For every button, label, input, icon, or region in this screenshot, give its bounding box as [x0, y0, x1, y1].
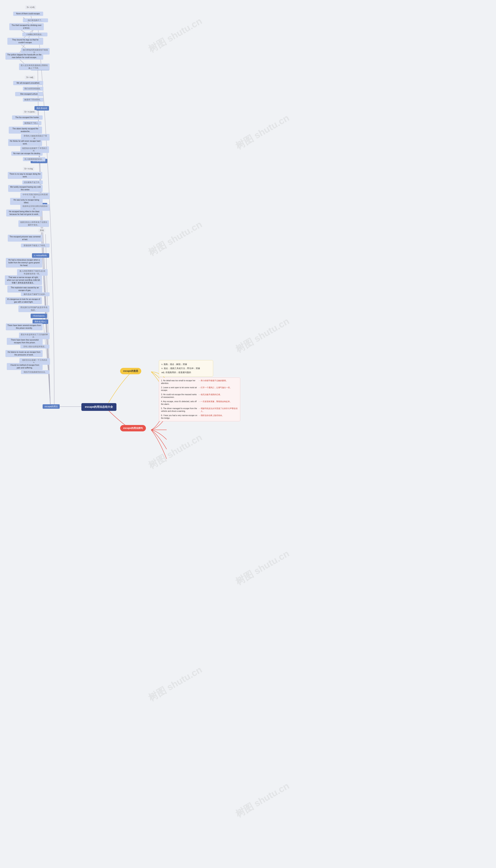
cn-prisoner-cornered: 那逃犯终于被逼入了绝境。 — [21, 244, 50, 247]
example-branch: escape的用法例句 — [120, 425, 146, 431]
cn-destiny: 没人能逃脱他的命运。 — [23, 157, 45, 161]
meaning-branch: escape的意思 — [120, 368, 141, 374]
en-none-escape: None of them could escape. — [13, 12, 43, 16]
cn-none-escape: 他们谁也跑不了。 — [23, 18, 48, 22]
example-3: 3. He could not escape the massed ranks … — [161, 393, 238, 399]
cn-unscathed: 我们全部安然逃脱。 — [23, 87, 43, 91]
watermark-1: 树图 shutu.cn — [146, 15, 204, 55]
example-4: 4. Any escape, once it's detected, sets … — [161, 400, 238, 406]
en-no-way: There is no way to escape doing the work… — [8, 172, 42, 179]
en-blast: He escaped being killed in the blast bec… — [6, 209, 42, 216]
en-fox-hunter: The fox escaped the hunter. — [12, 115, 43, 120]
en-destiny: No man can escape his destiny. — [11, 151, 43, 156]
from-pron-label: +from/s/pron. — [31, 314, 47, 318]
usage-linking-label: 用作系动词 — [34, 106, 49, 111]
en-unhurt: She escaped unhurt. — [15, 92, 43, 96]
pattern-s-ving: S+ +v-ing — [23, 167, 34, 171]
cn-few-escapes: 没有人能从这座监狱逃走。 — [20, 344, 49, 349]
cn-no-way: 没法避免干这工作。 — [22, 180, 43, 184]
en-hard-work: He thinks he will never escape hard work… — [8, 139, 42, 146]
en-cold-winter: We luckily escaped having any cold this … — [8, 185, 43, 192]
cn-gas-explosion: 爆炸是由于漏煤气引起的。 — [21, 292, 50, 296]
en-naked-light: It's dangerous to look for an escape of … — [5, 297, 42, 304]
en-no-method: I found no method of escape from pain an… — [7, 363, 43, 370]
en-avalanche: The skiers barely escaped the avalanche. — [9, 127, 42, 133]
pattern-sa: S+ +(+A) — [25, 5, 36, 9]
en-thief-fence: The thief escaped by climbing over a fen… — [9, 23, 44, 30]
cn-fox-hunter: 狐狸躲开了猎人。 — [23, 121, 42, 125]
cn-blast: 他因没有去上班而幸免了在那次爆炸中丧生。 — [18, 220, 49, 227]
en-gas-explosion: The explosion was caused by an escape of… — [7, 286, 42, 292]
example-1: 1. No detail was too small to escape her… — [161, 379, 238, 385]
meaning-adj: adj. 供逃跑用的；使逃避问题的 — [161, 370, 211, 374]
watermark-6: 树图 shutu.cn — [233, 547, 292, 588]
example-sentences-box: 1. No detail was too small to escape her… — [159, 377, 240, 421]
watermark-5: 树图 shutu.cn — [146, 431, 204, 472]
cn-no-method: 我找不到免痛痛苦的办法。 — [21, 370, 50, 374]
left-branch-label: escape的用法 — [43, 404, 60, 409]
en-lucky-killed: He was lucky to escape being killed. — [10, 198, 43, 205]
cn-naked-light: 用光源灯去寻找漏气处是非常危险的。 — [18, 306, 49, 312]
watermark-8: 树图 shutu.cn — [233, 780, 292, 820]
cn-handcuffs: 那人还没来得及逃跑就让警察给戴上了手铐。 — [19, 64, 50, 70]
meaning-n: n. 逃走；逃跑工具或方法；野生种；泄漏 — [161, 366, 211, 370]
en-miraculous: He had a miraculous escape when a bullet… — [6, 258, 42, 268]
cn-unhurt: 她逃得了而未受伤。 — [23, 98, 43, 102]
center-node[interactable]: escape的用法总结大全 — [81, 403, 117, 411]
cn-miraculous: 敌人的枪弹擦伤了他的头皮,他奇迹般地幸免一死。 — [17, 269, 48, 276]
en-music-escape: He listens to music as an escape from th… — [5, 350, 43, 357]
meaning-box: v. 逃跑；逃走；解脱；泄漏 n. 逃走；逃跑工具或方法；野生种；泄漏 adj.… — [159, 360, 213, 376]
en-unscathed: We all escaped unscathed. — [13, 81, 43, 85]
en-bound-legs: They bound his legs so that he couldn't … — [7, 38, 43, 45]
example-6: 6. I hear you had a very narrow escape o… — [161, 414, 238, 420]
example-5: 5. The driver managed to escape from the… — [161, 407, 238, 413]
en-prison-recently: There have been several escapes from thi… — [6, 323, 43, 330]
pattern-s-n: S+ +n./pron. — [23, 110, 36, 114]
connectors-svg — [0, 0, 496, 868]
cn-thief-fence: 小偷翻过篱笆逃走。 — [22, 33, 47, 36]
en-handcuffs: The police clapped the handcuffs on the … — [5, 53, 43, 60]
watermark-2: 树图 shutu.cn — [233, 112, 292, 152]
other-label: 其他 — [38, 228, 45, 232]
example-2: 2. Leave a vent open to let some moist a… — [161, 386, 238, 392]
mindmap-container: 树图 shutu.cn 树图 shutu.cn 树图 shutu.cn 树图 s… — [0, 0, 496, 868]
watermark-4: 树图 shutu.cn — [233, 315, 292, 356]
en-prisoner-cornered: The escaped prisoner was cornered at las… — [8, 235, 42, 242]
noun-attrib-label: n.+eduaAttrib. — [32, 253, 49, 258]
en-narrow-escape: That was a narrow escape all right, when… — [5, 275, 42, 285]
watermark-7: 树图 shutu.cn — [146, 663, 204, 704]
en-few-escapes: There have been few successful escapes f… — [7, 338, 43, 345]
watermark-3: 树图 shutu.cn — [146, 218, 204, 259]
meaning-v: v. 逃跑；逃走；解脱；泄漏 — [161, 362, 211, 366]
pattern-s-adj: S+ +adj. — [25, 76, 35, 79]
